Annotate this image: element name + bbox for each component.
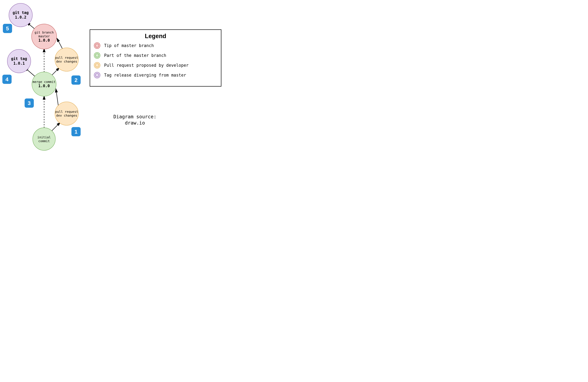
step-badge-5: 5 [3,24,12,33]
legend-row-red: Tip of master branch [94,43,217,49]
source-note: Diagram source: draw.io [102,113,168,126]
tag101-version: 1.0.1 [13,61,25,66]
step-badge-3: 3 [25,98,34,108]
node-branch-master: git branch master 1.0.0 [31,24,57,49]
node-tag-102: git tag 1.0.2 [9,3,33,27]
node-tag-101: git tag 1.0.1 [7,49,31,73]
tag102-label: git tag [13,10,29,15]
tag102-version: 1.0.2 [15,15,26,20]
node-pr-upper: pull request dev changes [55,48,79,71]
svg-line-6 [57,38,63,49]
pr2-label2: dev changes [56,60,77,63]
step-badge-2: 2 [71,75,81,85]
step-badge-1: 1 [71,127,81,136]
node-merge-commit: merge commit 1.0.0 [32,72,56,96]
tag101-label: git tag [11,57,27,61]
node-pr-lower: pull request dev changes [55,102,79,126]
git-flow-diagram: git tag 1.0.2 git branch master 1.0.0 pu… [0,0,235,153]
branch-label1: git branch [35,30,54,34]
legend-label-purple: Tag release diverging from master [104,73,186,77]
legend-title: Legend [94,33,217,40]
merge-version: 1.0.0 [38,84,50,88]
legend-swatch-orange [94,62,100,68]
legend-label-orange: Pull request proposed by developer [104,63,189,68]
legend-label-red: Tip of master branch [104,43,154,48]
step-badge-4: 4 [2,75,12,84]
initial-label1: initial [37,135,51,139]
pr1-label2: dev changes [56,113,77,117]
pr1-label1: pull request [55,110,78,113]
merge-label: merge commit [33,80,56,84]
legend-swatch-green [94,52,100,59]
branch-version: 1.0.0 [38,38,50,43]
legend: Legend Tip of master branch Part of the … [90,29,221,87]
legend-row-orange: Pull request proposed by developer [94,62,217,68]
legend-swatch-purple [94,72,100,78]
initial-label2: commit [38,139,50,143]
legend-row-green: Part of the master branch [94,52,217,59]
branch-label2: master [38,34,50,38]
legend-row-purple: Tag release diverging from master [94,72,217,78]
svg-line-0 [51,122,60,132]
node-initial-commit: initial commit [33,128,56,151]
legend-swatch-red [94,43,100,49]
pr2-label1: pull request [55,56,78,60]
source-line1: Diagram source: [102,113,168,120]
source-line2: draw.io [102,120,168,126]
legend-label-green: Part of the master branch [104,53,166,58]
